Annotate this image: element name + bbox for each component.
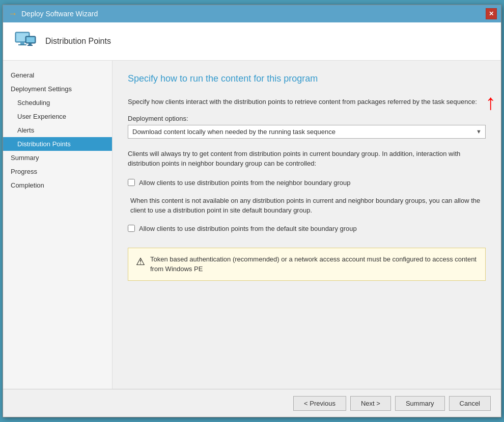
summary-button[interactable]: Summary (395, 396, 445, 411)
note-text: When this content is not available on an… (128, 196, 486, 216)
checkbox-default-boundary-row: Allow clients to use distribution points… (128, 225, 486, 232)
next-button[interactable]: Next > (350, 396, 391, 411)
footer: < Previous Next > Summary Cancel (3, 389, 501, 417)
sidebar-item-summary[interactable]: Summary (3, 151, 112, 165)
allow-default-boundary-label: Allow clients to use distribution points… (139, 225, 357, 232)
allow-neighbor-boundary-checkbox[interactable] (128, 179, 135, 186)
allow-neighbor-boundary-label: Allow clients to use distribution points… (139, 179, 351, 187)
wizard-window: → Deploy Software Wizard ✕ Distribution … (3, 5, 501, 417)
title-bar-left: → Deploy Software Wizard (8, 9, 98, 19)
sidebar-item-distribution-points[interactable]: Distribution Points (3, 137, 112, 151)
svg-rect-3 (18, 44, 26, 45)
sidebar-item-deployment-settings[interactable]: Deployment Settings (3, 82, 112, 96)
deployment-options-select[interactable]: Download content locally when needed by … (128, 125, 486, 139)
checkbox-neighbor-boundary-row: Allow clients to use distribution points… (128, 179, 486, 187)
header-section: Distribution Points (3, 22, 501, 61)
red-arrow-annotation: ↑ (485, 92, 496, 113)
content-area: Specify how to run the content for this … (113, 61, 501, 389)
sidebar: General Deployment Settings Scheduling U… (3, 61, 113, 389)
sidebar-item-general[interactable]: General (3, 68, 112, 82)
svg-rect-7 (27, 45, 33, 46)
deployment-options-label: Deployment options: (128, 115, 486, 122)
header-title: Distribution Points (45, 37, 111, 46)
sidebar-item-alerts[interactable]: Alerts (3, 123, 112, 137)
distribution-points-icon (13, 29, 38, 54)
deployment-options-container: Download content locally when needed by … (128, 125, 486, 139)
svg-rect-2 (20, 42, 24, 44)
content-title: Specify how to run the content for this … (128, 73, 486, 84)
sidebar-item-scheduling[interactable]: Scheduling (3, 96, 112, 110)
cancel-button[interactable]: Cancel (449, 396, 491, 411)
close-button[interactable]: ✕ (486, 8, 497, 19)
previous-button[interactable]: < Previous (293, 396, 346, 411)
boundary-group-text: Clients will always try to get content f… (128, 149, 486, 169)
svg-rect-6 (29, 43, 32, 45)
svg-rect-5 (26, 37, 35, 42)
warning-text: Token based authentication (recommended)… (150, 254, 478, 274)
window-title: Deploy Software Wizard (21, 10, 98, 18)
title-bar: → Deploy Software Wizard ✕ (3, 5, 501, 22)
warning-icon: ⚠ (136, 255, 145, 268)
sidebar-item-user-experience[interactable]: User Experience (3, 110, 112, 123)
title-arrow-icon: → (8, 9, 17, 19)
sidebar-item-completion[interactable]: Completion (3, 178, 112, 192)
main-content: General Deployment Settings Scheduling U… (3, 61, 501, 389)
description-text: Specify how clients interact with the di… (128, 97, 486, 107)
allow-default-boundary-checkbox[interactable] (128, 225, 135, 232)
warning-section: ⚠ Token based authentication (recommende… (128, 248, 486, 281)
sidebar-item-progress[interactable]: Progress (3, 165, 112, 178)
